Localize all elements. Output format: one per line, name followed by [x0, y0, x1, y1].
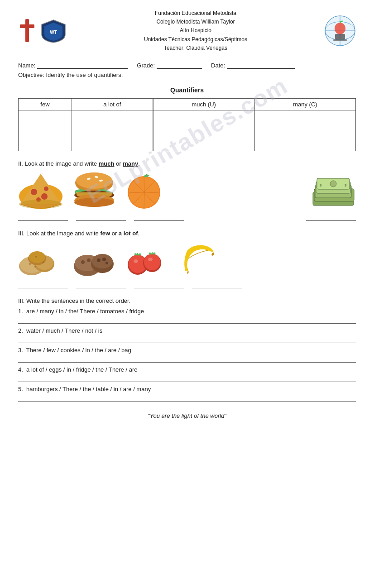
- sentence-3-answer[interactable]: [18, 354, 356, 363]
- logos-left: WT: [18, 18, 67, 43]
- sentence-3-text: 3. There / few / cookies / in / the / ar…: [18, 347, 356, 354]
- svg-point-49: [34, 266, 36, 268]
- grade-field: Grade:: [137, 61, 202, 69]
- answer-line-burger[interactable]: [76, 213, 126, 221]
- image-orange: [125, 172, 163, 210]
- name-label: Name:: [18, 62, 35, 69]
- svg-text:$: $: [345, 183, 347, 187]
- sentence-1: 1. are / many / in / the/ There / tomato…: [18, 308, 356, 324]
- svg-text:$: $: [320, 183, 322, 187]
- sentence-2-text: 2. water / much / There / not / is: [18, 327, 356, 334]
- date-input[interactable]: [227, 61, 295, 69]
- cell-few[interactable]: [19, 110, 72, 151]
- footer-quote: "You are the light of the world": [18, 412, 356, 419]
- burger-svg: [72, 172, 117, 210]
- institution-line1: Fundación Educacional Metodista: [144, 9, 247, 18]
- institution-line3: Alto Hospicio: [144, 26, 247, 35]
- potatoes-svg: [18, 241, 63, 277]
- svg-point-14: [41, 193, 48, 200]
- svg-rect-11: [333, 39, 347, 41]
- section2-text: II. Look at the image and write: [18, 160, 99, 167]
- svg-rect-2: [20, 24, 34, 28]
- svg-text:WT: WT: [50, 30, 57, 35]
- image-potatoes: [18, 241, 63, 277]
- answer-line-cookies[interactable]: [76, 280, 126, 288]
- name-input[interactable]: [37, 61, 128, 69]
- svg-rect-10: [335, 34, 345, 39]
- shield-logo: WT: [40, 18, 67, 43]
- svg-point-59: [97, 258, 101, 262]
- svg-point-47: [29, 251, 45, 263]
- cell-alotof[interactable]: [72, 110, 153, 151]
- date-field: Date:: [211, 61, 295, 69]
- svg-point-16: [44, 186, 48, 191]
- sentence-3: 3. There / few / cookies / in / the / ar…: [18, 347, 356, 363]
- svg-point-50: [43, 261, 44, 263]
- institution-line2: Colegio Metodista William Taylor: [144, 18, 247, 26]
- quantifiers-title: Quantifiers: [18, 86, 356, 94]
- objective: Objective: Identify the use of quantifie…: [18, 72, 356, 78]
- date-label: Date:: [211, 62, 225, 69]
- section2-instruction: II. Look at the image and write much or …: [18, 160, 356, 167]
- cross-logo: [18, 18, 36, 43]
- section3-images-row: [18, 241, 356, 277]
- answer-line-banana[interactable]: [192, 280, 242, 288]
- sentence-2-answer[interactable]: [18, 335, 356, 343]
- section3-answer-lines: [18, 280, 356, 288]
- svg-point-54: [81, 260, 85, 264]
- sentence-4-answer[interactable]: [18, 374, 356, 382]
- sentence-2: 2. water / much / There / not / is: [18, 327, 356, 343]
- section2-word2: many: [123, 160, 138, 167]
- col-few: few: [19, 98, 72, 110]
- grade-input[interactable]: [157, 61, 202, 69]
- image-tomatoes: [125, 241, 170, 277]
- svg-point-58: [92, 254, 113, 268]
- col-alotof: a lot of: [72, 98, 153, 110]
- right-logo: [324, 15, 356, 47]
- sentence-5-text: 5. hamburgers / There / the / table / in…: [18, 386, 356, 392]
- cell-many[interactable]: [254, 110, 355, 151]
- answer-line-tomatoes[interactable]: [134, 280, 184, 288]
- sentence-5: 5. hamburgers / There / the / table / in…: [18, 386, 356, 402]
- svg-point-9: [335, 23, 345, 34]
- header-text: Fundación Educacional Metodista Colegio …: [144, 9, 247, 53]
- image-money: $ $: [311, 176, 356, 210]
- quantifiers-table: few a lot of much (U) many (C): [18, 98, 356, 151]
- svg-point-51: [35, 256, 37, 258]
- svg-point-66: [144, 254, 160, 270]
- svg-point-61: [105, 262, 108, 264]
- sentence-5-answer[interactable]: [18, 393, 356, 402]
- image-pizza: [18, 172, 63, 210]
- banana-svg: [178, 241, 219, 277]
- name-grade-date-row: Name: Grade: Date:: [18, 61, 356, 69]
- section4-instruction: III. Write the sentences in the correct …: [18, 297, 356, 304]
- answer-line-orange[interactable]: [134, 213, 184, 221]
- svg-point-60: [102, 258, 106, 261]
- col-many: many (C): [254, 98, 355, 110]
- sentence-1-answer[interactable]: [18, 316, 356, 324]
- section3-suffix: .: [138, 230, 139, 237]
- col-much: much (U): [153, 98, 255, 110]
- section3-word1: few: [100, 230, 110, 237]
- answer-line-money[interactable]: [306, 213, 356, 221]
- svg-point-39: [330, 181, 336, 187]
- section4: III. Write the sentences in the correct …: [18, 297, 356, 402]
- svg-rect-0: [25, 19, 29, 42]
- svg-point-69: [148, 258, 153, 261]
- image-cookies: [72, 241, 117, 277]
- page-header: WT Fundación Educacional Metodista Coleg…: [18, 9, 356, 53]
- answer-line-pizza[interactable]: [18, 213, 68, 221]
- svg-point-48: [29, 263, 31, 265]
- sentence-4-text: 4. a lot of / eggs / in / fridge / the /…: [18, 366, 356, 373]
- grade-label: Grade:: [137, 62, 155, 69]
- svg-point-13: [31, 189, 37, 195]
- section2-images-row: $ $: [18, 172, 356, 210]
- sentence-4: 4. a lot of / eggs / in / fridge / the /…: [18, 366, 356, 382]
- section2-word1: much: [99, 160, 115, 167]
- section3-text: III. Look at the image and write: [18, 230, 100, 237]
- cell-much[interactable]: [153, 110, 255, 151]
- section3-word2: a lot of: [119, 230, 138, 237]
- money-svg: $ $: [311, 176, 356, 210]
- section3-instruction: III. Look at the image and write few or …: [18, 230, 356, 237]
- answer-line-potatoes[interactable]: [18, 280, 68, 288]
